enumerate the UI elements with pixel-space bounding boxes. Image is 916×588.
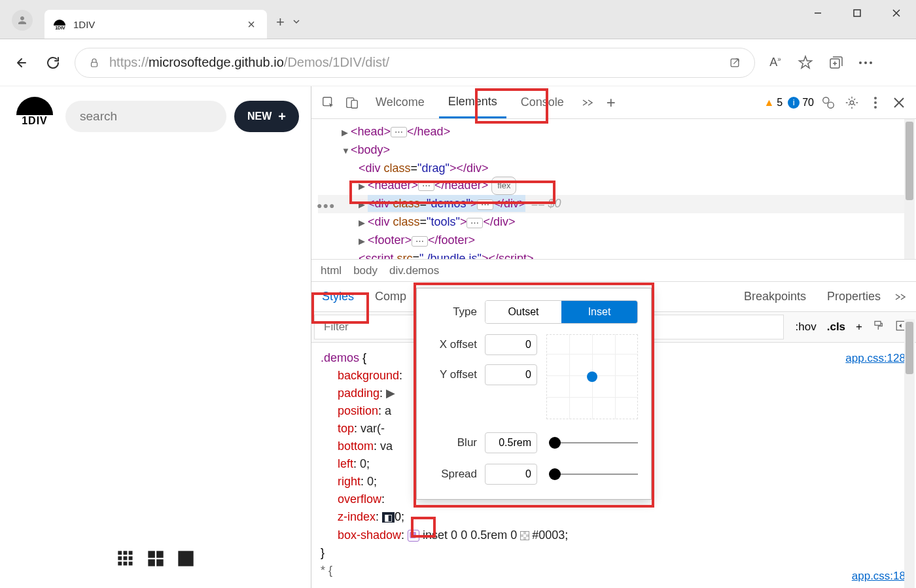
window-controls	[798, 0, 916, 26]
devtools-toolbar: Welcome Elements Console + ▲5 i70	[311, 86, 916, 119]
svg-rect-8	[118, 551, 122, 555]
tab-list-chevron-icon[interactable]	[291, 16, 302, 29]
inspect-icon[interactable]	[319, 94, 338, 112]
close-devtools-icon[interactable]	[890, 94, 908, 112]
grid-large-icon[interactable]	[147, 549, 165, 568]
svg-point-28	[874, 97, 877, 99]
css-source-link[interactable]: app.css:128	[845, 349, 906, 367]
favorites-icon[interactable]	[797, 54, 814, 71]
color-swatch-icon[interactable]	[520, 531, 529, 540]
offset-canvas[interactable]	[546, 334, 638, 419]
y-offset-input[interactable]	[485, 364, 537, 385]
svg-rect-10	[128, 551, 132, 555]
tab-title: 1DIV	[73, 19, 238, 30]
new-rule-icon[interactable]: +	[856, 320, 862, 334]
svg-rect-13	[128, 557, 132, 561]
tab-welcome[interactable]: Welcome	[366, 88, 434, 117]
svg-rect-14	[118, 562, 122, 566]
svg-rect-15	[123, 562, 127, 566]
more-tabs-icon[interactable]	[578, 94, 597, 112]
hov-toggle[interactable]: :hov	[796, 320, 817, 334]
type-label: Type	[430, 305, 477, 319]
dom-tree[interactable]: ▶<head>⋯</head> ▼<body> <div class="drag…	[311, 119, 916, 259]
selected-dom-node[interactable]: ●●●▶<div class="demos">⋯</div>== $0	[318, 195, 909, 213]
svg-point-29	[874, 101, 877, 104]
blur-input[interactable]	[485, 432, 537, 453]
info-badge[interactable]: i70	[788, 97, 814, 109]
tab-computed[interactable]: Comp	[364, 282, 417, 311]
more-icon[interactable]	[857, 54, 874, 71]
dom-breadcrumb[interactable]: htmlbodydiv.demos	[311, 259, 916, 281]
svg-rect-9	[123, 551, 127, 555]
svg-point-30	[874, 106, 877, 109]
svg-rect-31	[875, 321, 881, 325]
external-link-icon[interactable]	[728, 56, 741, 69]
blur-slider[interactable]	[549, 442, 638, 443]
single-view-icon[interactable]	[177, 549, 195, 568]
tab-properties[interactable]: Properties	[817, 282, 891, 311]
tab-breakpoints[interactable]: Breakpoints	[733, 282, 817, 311]
address-bar: https://microsoftedge.github.io/Demos/1D…	[0, 39, 916, 86]
svg-rect-1	[854, 10, 860, 16]
x-offset-input[interactable]	[485, 334, 537, 355]
search-input[interactable]	[80, 109, 212, 124]
tab-elements[interactable]: Elements	[439, 87, 506, 118]
offset-handle[interactable]	[587, 372, 597, 382]
inset-button[interactable]: Inset	[561, 301, 637, 323]
page-logo: 1DIV	[12, 97, 58, 136]
issues-icon[interactable]	[819, 94, 837, 112]
refresh-button[interactable]	[43, 53, 63, 73]
read-aloud-icon[interactable]: A»	[767, 54, 784, 71]
page-content: 1DIV NEW +	[0, 86, 311, 588]
window-close-button[interactable]	[877, 0, 916, 26]
tab-close-icon[interactable]: ×	[245, 17, 258, 32]
svg-rect-2	[92, 62, 97, 67]
maximize-button[interactable]	[837, 0, 877, 26]
spread-label: Spread	[430, 468, 477, 481]
css-source-link-2[interactable]: app.css:18	[852, 567, 906, 585]
settings-icon[interactable]	[843, 94, 861, 112]
browser-tab-bar: 1DIV 1DIV × +	[0, 0, 916, 39]
device-toggle-icon[interactable]	[343, 94, 361, 112]
url-text: https://microsoftedge.github.io/Demos/1D…	[109, 55, 719, 70]
paint-icon[interactable]	[873, 320, 885, 335]
spread-slider[interactable]	[549, 474, 638, 475]
new-button[interactable]: NEW +	[234, 101, 299, 132]
svg-point-25	[823, 97, 829, 103]
browser-tab[interactable]: 1DIV 1DIV ×	[44, 10, 267, 39]
svg-rect-18	[156, 551, 164, 558]
profile-avatar[interactable]	[12, 10, 33, 31]
svg-rect-21	[178, 551, 193, 566]
svg-rect-20	[156, 559, 164, 566]
new-tab-icon[interactable]: +	[276, 14, 285, 31]
tab-console[interactable]: Console	[512, 88, 573, 117]
add-tab-icon[interactable]: +	[602, 94, 620, 112]
svg-point-6	[864, 61, 867, 64]
svg-point-5	[859, 61, 862, 64]
spread-input[interactable]	[485, 464, 537, 485]
search-input-wrapper[interactable]	[65, 101, 226, 132]
svg-point-26	[828, 102, 834, 108]
grid-small-icon[interactable]	[116, 549, 135, 568]
svg-point-7	[870, 61, 872, 64]
svg-rect-12	[123, 557, 127, 561]
y-offset-label: Y offset	[430, 368, 477, 381]
cls-toggle[interactable]: .cls	[827, 320, 845, 334]
svg-rect-19	[148, 559, 155, 566]
warnings-badge[interactable]: ▲5	[764, 97, 783, 109]
svg-point-27	[850, 101, 854, 105]
lock-icon	[88, 57, 100, 69]
kebab-icon[interactable]	[866, 94, 885, 112]
outset-button[interactable]: Outset	[485, 301, 561, 323]
collections-icon[interactable]	[827, 54, 844, 71]
back-button[interactable]	[12, 53, 31, 73]
box-shadow-editor: Type Outset Inset X offset Y offset Blur…	[416, 288, 652, 500]
plus-icon: +	[278, 109, 286, 124]
tab-styles[interactable]: Styles	[311, 282, 364, 311]
more-styles-tabs-icon[interactable]	[891, 288, 909, 306]
url-field[interactable]: https://microsoftedge.github.io/Demos/1D…	[75, 48, 755, 78]
minimize-button[interactable]	[798, 0, 837, 26]
blur-label: Blur	[430, 436, 477, 449]
svg-rect-17	[148, 551, 155, 558]
shadow-swatch-icon[interactable]	[408, 530, 419, 542]
